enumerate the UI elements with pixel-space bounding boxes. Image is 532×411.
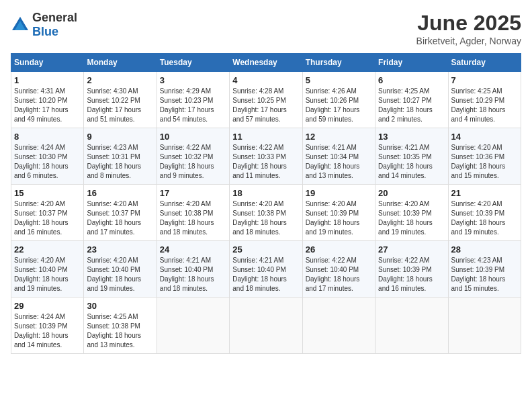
day-detail: Sunrise: 4:21 AMSunset: 10:35 PMDaylight…: [378, 143, 445, 181]
day-number: 30: [87, 301, 153, 311]
calendar-cell: 27Sunrise: 4:22 AMSunset: 10:39 PMDaylig…: [375, 241, 448, 298]
calendar-week-row: 15Sunrise: 4:20 AMSunset: 10:37 PMDaylig…: [11, 185, 521, 241]
day-number: 14: [451, 132, 518, 142]
day-detail: Sunrise: 4:24 AMSunset: 10:30 PMDaylight…: [14, 143, 81, 181]
calendar-cell: 29Sunrise: 4:24 AMSunset: 10:39 PMDaylig…: [11, 298, 84, 354]
calendar-cell: 11Sunrise: 4:22 AMSunset: 10:33 PMDaylig…: [230, 128, 302, 185]
day-number: 18: [232, 188, 299, 198]
calendar-cell: [157, 298, 229, 354]
day-detail: Sunrise: 4:20 AMSunset: 10:38 PMDaylight…: [232, 199, 299, 237]
calendar-week-row: 22Sunrise: 4:20 AMSunset: 10:40 PMDaylig…: [11, 241, 521, 298]
month-title: June 2025: [416, 11, 521, 36]
calendar-cell: 4Sunrise: 4:28 AMSunset: 10:25 PMDayligh…: [230, 72, 302, 128]
day-number: 7: [451, 75, 518, 85]
day-detail: Sunrise: 4:20 AMSunset: 10:40 PMDaylight…: [87, 256, 153, 293]
day-detail: Sunrise: 4:26 AMSunset: 10:26 PMDaylight…: [306, 87, 372, 124]
day-number: 23: [87, 244, 153, 255]
day-number: 13: [378, 132, 445, 142]
day-number: 24: [160, 244, 226, 255]
day-number: 15: [14, 188, 81, 198]
day-number: 2: [87, 75, 153, 85]
logo-blue: Blue: [32, 25, 58, 38]
day-number: 19: [306, 188, 372, 198]
day-number: 6: [378, 75, 445, 85]
calendar-cell: 19Sunrise: 4:20 AMSunset: 10:39 PMDaylig…: [302, 185, 375, 241]
calendar-cell: 24Sunrise: 4:21 AMSunset: 10:40 PMDaylig…: [157, 241, 229, 298]
day-detail: Sunrise: 4:21 AMSunset: 10:40 PMDaylight…: [232, 256, 299, 293]
calendar-cell: 15Sunrise: 4:20 AMSunset: 10:37 PMDaylig…: [11, 185, 84, 241]
day-number: 27: [378, 244, 445, 255]
day-detail: Sunrise: 4:22 AMSunset: 10:32 PMDaylight…: [160, 143, 226, 181]
calendar-cell: 14Sunrise: 4:20 AMSunset: 10:36 PMDaylig…: [448, 128, 521, 185]
calendar-cell: 26Sunrise: 4:22 AMSunset: 10:40 PMDaylig…: [302, 241, 375, 298]
calendar-cell: 12Sunrise: 4:21 AMSunset: 10:34 PMDaylig…: [302, 128, 375, 185]
calendar-cell: 28Sunrise: 4:23 AMSunset: 10:39 PMDaylig…: [448, 241, 521, 298]
day-number: 16: [87, 188, 153, 198]
weekday-header: Friday: [375, 54, 448, 72]
location-title: Birketveit, Agder, Norway: [416, 36, 521, 46]
title-area: June 2025 Birketveit, Agder, Norway: [416, 11, 521, 46]
day-detail: Sunrise: 4:20 AMSunset: 10:37 PMDaylight…: [14, 199, 81, 237]
calendar-cell: 30Sunrise: 4:25 AMSunset: 10:38 PMDaylig…: [84, 298, 157, 354]
calendar-cell: [302, 298, 375, 354]
calendar-cell: 20Sunrise: 4:20 AMSunset: 10:39 PMDaylig…: [375, 185, 448, 241]
day-detail: Sunrise: 4:20 AMSunset: 10:37 PMDaylight…: [87, 199, 153, 237]
day-number: 25: [232, 244, 299, 255]
page-header: General Blue June 2025 Birketveit, Agder…: [11, 11, 521, 46]
calendar-cell: [375, 298, 448, 354]
calendar-cell: 9Sunrise: 4:23 AMSunset: 10:31 PMDayligh…: [84, 128, 157, 185]
calendar-cell: 5Sunrise: 4:26 AMSunset: 10:26 PMDayligh…: [302, 72, 375, 128]
calendar-table: SundayMondayTuesdayWednesdayThursdayFrid…: [11, 53, 521, 354]
day-detail: Sunrise: 4:23 AMSunset: 10:39 PMDaylight…: [451, 256, 518, 293]
day-detail: Sunrise: 4:20 AMSunset: 10:38 PMDaylight…: [160, 199, 226, 237]
day-number: 12: [306, 132, 372, 142]
calendar-week-row: 8Sunrise: 4:24 AMSunset: 10:30 PMDayligh…: [11, 128, 521, 185]
calendar-cell: 7Sunrise: 4:25 AMSunset: 10:29 PMDayligh…: [448, 72, 521, 128]
calendar-cell: 2Sunrise: 4:30 AMSunset: 10:22 PMDayligh…: [84, 72, 157, 128]
day-number: 26: [306, 244, 372, 255]
weekday-header: Monday: [84, 54, 157, 72]
day-detail: Sunrise: 4:21 AMSunset: 10:34 PMDaylight…: [306, 143, 372, 181]
day-detail: Sunrise: 4:21 AMSunset: 10:40 PMDaylight…: [160, 256, 226, 293]
calendar-cell: 13Sunrise: 4:21 AMSunset: 10:35 PMDaylig…: [375, 128, 448, 185]
day-detail: Sunrise: 4:22 AMSunset: 10:40 PMDaylight…: [306, 256, 372, 293]
day-number: 9: [87, 132, 153, 142]
day-detail: Sunrise: 4:25 AMSunset: 10:29 PMDaylight…: [451, 87, 518, 124]
logo-general: General: [32, 11, 77, 24]
day-detail: Sunrise: 4:23 AMSunset: 10:31 PMDaylight…: [87, 143, 153, 181]
calendar-week-row: 29Sunrise: 4:24 AMSunset: 10:39 PMDaylig…: [11, 298, 521, 354]
day-number: 1: [14, 75, 81, 85]
logo-icon: [11, 15, 30, 34]
calendar-week-row: 1Sunrise: 4:31 AMSunset: 10:20 PMDayligh…: [11, 72, 521, 128]
day-number: 5: [306, 75, 372, 85]
day-number: 29: [14, 301, 81, 311]
day-number: 10: [160, 132, 226, 142]
day-detail: Sunrise: 4:30 AMSunset: 10:22 PMDaylight…: [87, 87, 153, 124]
calendar-cell: 22Sunrise: 4:20 AMSunset: 10:40 PMDaylig…: [11, 241, 84, 298]
calendar-cell: 6Sunrise: 4:25 AMSunset: 10:27 PMDayligh…: [375, 72, 448, 128]
day-detail: Sunrise: 4:20 AMSunset: 10:36 PMDaylight…: [451, 143, 518, 181]
day-detail: Sunrise: 4:22 AMSunset: 10:39 PMDaylight…: [378, 256, 445, 293]
calendar-cell: 16Sunrise: 4:20 AMSunset: 10:37 PMDaylig…: [84, 185, 157, 241]
calendar-cell: 10Sunrise: 4:22 AMSunset: 10:32 PMDaylig…: [157, 128, 229, 185]
weekday-header: Tuesday: [157, 54, 229, 72]
weekday-header: Sunday: [11, 54, 84, 72]
calendar-cell: [230, 298, 302, 354]
calendar-cell: 23Sunrise: 4:20 AMSunset: 10:40 PMDaylig…: [84, 241, 157, 298]
day-number: 8: [14, 132, 81, 142]
day-detail: Sunrise: 4:24 AMSunset: 10:39 PMDaylight…: [14, 312, 81, 350]
day-detail: Sunrise: 4:20 AMSunset: 10:39 PMDaylight…: [378, 199, 445, 237]
day-detail: Sunrise: 4:29 AMSunset: 10:23 PMDaylight…: [160, 87, 226, 124]
calendar-cell: 18Sunrise: 4:20 AMSunset: 10:38 PMDaylig…: [230, 185, 302, 241]
calendar-cell: 3Sunrise: 4:29 AMSunset: 10:23 PMDayligh…: [157, 72, 229, 128]
calendar-cell: 1Sunrise: 4:31 AMSunset: 10:20 PMDayligh…: [11, 72, 84, 128]
day-number: 4: [232, 75, 299, 85]
day-number: 28: [451, 244, 518, 255]
day-detail: Sunrise: 4:25 AMSunset: 10:27 PMDaylight…: [378, 87, 445, 124]
logo: General Blue: [11, 11, 77, 39]
day-number: 22: [14, 244, 81, 255]
calendar-cell: 25Sunrise: 4:21 AMSunset: 10:40 PMDaylig…: [230, 241, 302, 298]
day-number: 20: [378, 188, 445, 198]
day-detail: Sunrise: 4:25 AMSunset: 10:38 PMDaylight…: [87, 312, 153, 350]
day-detail: Sunrise: 4:20 AMSunset: 10:39 PMDaylight…: [451, 199, 518, 237]
